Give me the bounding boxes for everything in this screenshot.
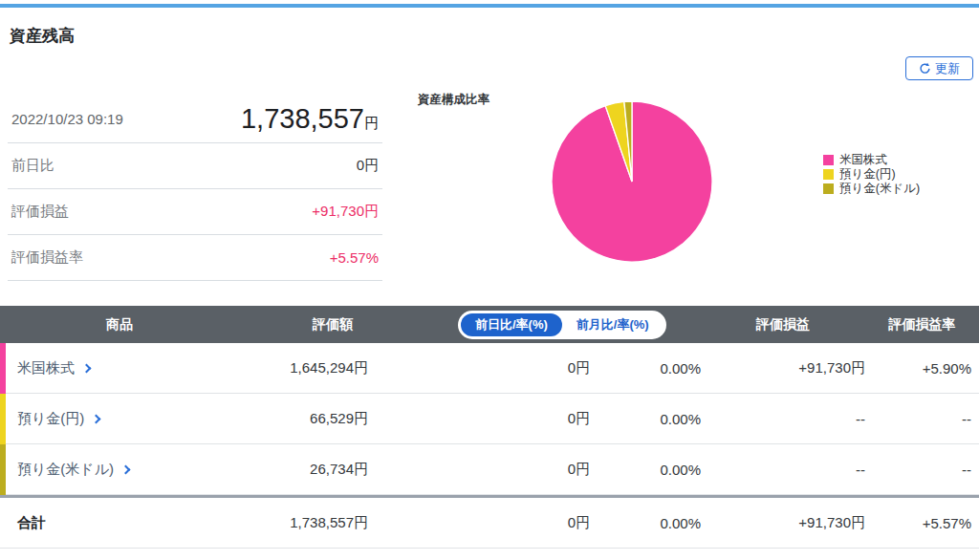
product-link[interactable]: 預り金(米ドル) xyxy=(0,461,239,479)
table-header: 商品 評価額 評価損益 評価損益率 前日比/率(%) 前月比/率(%) xyxy=(0,306,979,343)
asset-table: 商品 評価額 評価損益 評価損益率 前日比/率(%) 前月比/率(%) 米国株式… xyxy=(0,306,979,549)
pl-rate-cell: -- xyxy=(865,411,979,427)
refresh-icon xyxy=(919,62,931,75)
day-change-cell: 0円 xyxy=(368,410,590,428)
top-accent-line xyxy=(0,4,979,8)
day-change-rate-cell: 0.00% xyxy=(590,462,701,478)
pl-cell: -- xyxy=(701,462,865,478)
header-pl: 評価損益 xyxy=(701,316,865,334)
table-row-deposit-jpy: 預り金(円) 66,529円 0円 0.00% -- -- xyxy=(0,394,979,444)
day-change-cell: 0円 xyxy=(368,461,590,479)
day-change-rate-cell: 0.00% xyxy=(590,411,701,427)
pl-rate-cell: +5.90% xyxy=(865,360,979,377)
table-row-us-stocks: 米国株式 1,645,294円 0円 0.00% +91,730円 +5.90% xyxy=(0,343,979,394)
day-change-rate-cell: 0.00% xyxy=(590,360,701,377)
toggle-day-change[interactable]: 前日比/率(%) xyxy=(461,313,562,336)
legend-item-us-stocks: 米国株式 xyxy=(823,153,920,167)
period-toggle: 前日比/率(%) 前月比/率(%) xyxy=(458,311,666,339)
legend-swatch xyxy=(823,169,834,180)
legend-item-deposit-jpy: 預り金(円) xyxy=(823,167,920,182)
summary-value: 0円 xyxy=(357,157,379,175)
pl-cell: -- xyxy=(701,411,865,427)
summary-row-pl-rate: 評価損益率 +5.57% xyxy=(8,235,382,281)
chevron-right-icon xyxy=(121,465,131,475)
refresh-button[interactable]: 更新 xyxy=(905,56,973,80)
summary-label: 前日比 xyxy=(11,157,54,175)
timestamp: 2022/10/23 09:19 xyxy=(11,111,123,127)
summary-row-pl: 評価損益 +91,730円 xyxy=(8,189,382,235)
header-pl-rate: 評価損益率 xyxy=(865,316,979,334)
valuation-cell: 1,645,294円 xyxy=(239,359,368,377)
table-row-deposit-usd: 預り金(米ドル) 26,734円 0円 0.00% -- -- xyxy=(0,444,979,495)
valuation-cell: 66,529円 xyxy=(239,410,368,428)
pl-rate-cell: -- xyxy=(865,462,979,478)
product-link[interactable]: 預り金(円) xyxy=(0,410,239,428)
summary-value: +91,730円 xyxy=(312,203,379,221)
product-link[interactable]: 米国株式 xyxy=(0,359,239,377)
day-change-cell: 0円 xyxy=(368,359,590,377)
valuation-cell: 1,738,557円 xyxy=(239,514,368,532)
legend-label: 預り金(米ドル) xyxy=(839,181,920,197)
header-product: 商品 xyxy=(0,316,239,334)
pl-rate-cell: +5.57% xyxy=(865,515,979,531)
row-color-strip xyxy=(0,444,6,495)
chevron-right-icon xyxy=(82,364,92,374)
asset-composition-pie xyxy=(550,99,714,264)
page-title: 資産残高 xyxy=(10,25,75,47)
day-change-cell: 0円 xyxy=(368,514,590,532)
summary-row-day-change: 前日比 0円 xyxy=(8,143,382,189)
summary-value: +5.57% xyxy=(330,249,379,266)
row-color-strip xyxy=(0,343,6,394)
pie-legend: 米国株式 預り金(円) 預り金(米ドル) xyxy=(823,153,920,196)
valuation-cell: 26,734円 xyxy=(239,461,368,479)
table-row-total: 合計 1,738,557円 0円 0.00% +91,730円 +5.57% xyxy=(0,498,979,549)
total-asset-value: 1,738,557円 xyxy=(241,103,379,135)
pl-cell: +91,730円 xyxy=(701,514,865,532)
total-label: 合計 xyxy=(0,514,239,532)
pie-chart-title: 資産構成比率 xyxy=(418,92,490,108)
legend-item-deposit-usd: 預り金(米ドル) xyxy=(823,182,920,196)
pl-cell: +91,730円 xyxy=(701,359,865,377)
chevron-right-icon xyxy=(92,415,101,424)
legend-swatch xyxy=(823,183,834,194)
legend-swatch xyxy=(823,155,834,165)
summary-label: 評価損益 xyxy=(11,203,69,221)
row-color-strip xyxy=(0,394,6,444)
day-change-rate-cell: 0.00% xyxy=(590,515,701,531)
currency-unit: 円 xyxy=(364,115,379,131)
summary-label: 評価損益率 xyxy=(11,248,83,267)
header-valuation: 評価額 xyxy=(239,316,368,334)
summary-panel: 2022/10/23 09:19 1,738,557円 前日比 0円 評価損益 … xyxy=(8,96,382,281)
refresh-label: 更新 xyxy=(935,60,960,77)
summary-total-row: 2022/10/23 09:19 1,738,557円 xyxy=(8,96,382,143)
toggle-month-change[interactable]: 前月比/率(%) xyxy=(562,313,664,336)
pie-chart xyxy=(550,99,714,264)
